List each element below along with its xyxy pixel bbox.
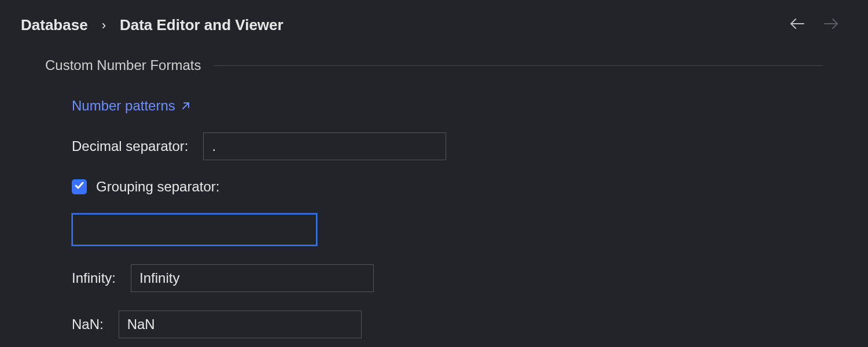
decimal-separator-row: Decimal separator: [72, 132, 823, 160]
grouping-separator-input-row [72, 213, 823, 246]
grouping-separator-label: Grouping separator: [96, 179, 219, 195]
section-divider [214, 65, 823, 66]
nan-label: NaN: [72, 316, 104, 333]
nav-back-button[interactable] [789, 19, 806, 32]
breadcrumb-root[interactable]: Database [21, 16, 88, 34]
custom-number-formats-section: Custom Number Formats Number patterns De… [0, 34, 868, 338]
number-formats-form: Number patterns Decimal separator: [45, 73, 823, 338]
arrow-right-icon [823, 17, 838, 34]
number-patterns-link[interactable]: Number patterns [72, 98, 823, 114]
section-title-row: Custom Number Formats [45, 57, 823, 73]
grouping-separator-row: Grouping separator: [72, 179, 823, 195]
infinity-row: Infinity: [72, 264, 823, 292]
settings-header: Database › Data Editor and Viewer [0, 0, 868, 34]
section-title: Custom Number Formats [45, 57, 201, 73]
breadcrumb: Database › Data Editor and Viewer [21, 16, 284, 34]
check-icon [74, 179, 84, 194]
nan-row: NaN: [72, 311, 823, 338]
nan-input[interactable] [119, 311, 362, 338]
breadcrumb-current[interactable]: Data Editor and Viewer [120, 16, 284, 34]
decimal-separator-label: Decimal separator: [72, 138, 188, 154]
grouping-separator-checkbox[interactable] [72, 179, 87, 194]
arrow-left-icon [790, 17, 805, 34]
nav-forward-button [823, 19, 839, 32]
breadcrumb-separator: › [102, 18, 106, 33]
svg-line-2 [183, 103, 189, 109]
number-patterns-link-label: Number patterns [72, 98, 175, 114]
external-link-icon [181, 101, 190, 110]
grouping-separator-input[interactable] [72, 213, 317, 246]
nav-arrows [789, 19, 847, 32]
infinity-label: Infinity: [72, 270, 116, 286]
infinity-input[interactable] [131, 264, 374, 292]
decimal-separator-input[interactable] [203, 132, 446, 160]
